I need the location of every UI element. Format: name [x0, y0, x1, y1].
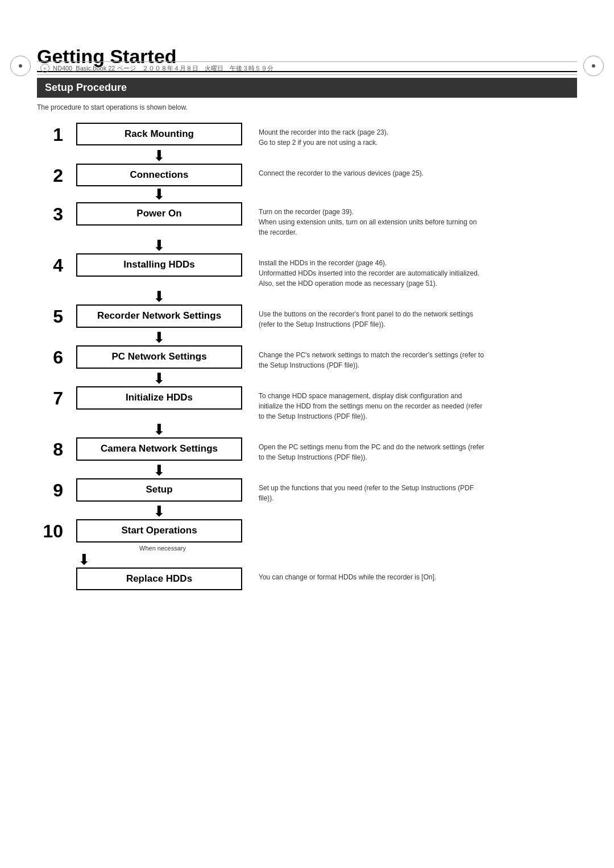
- step-desc-4: Install the HDDs in the recorder (page 4…: [247, 253, 486, 289]
- step-number-2: 2: [37, 164, 71, 186]
- arrow-9: ⬇: [37, 503, 577, 519]
- step-desc-6: Change the PC's network settings to matc…: [247, 345, 486, 370]
- step-number-8: 8: [37, 437, 71, 460]
- step-row-4: 4 Installing HDDs Install the HDDs in th…: [37, 253, 577, 289]
- step-middle-8: Camera Network Settings: [71, 437, 247, 460]
- step-desc-7: To change HDD space management, display …: [247, 386, 486, 422]
- content-area: Getting Started Setup Procedure The proc…: [37, 45, 577, 590]
- step-middle-10: Start Operations: [71, 519, 247, 542]
- step-row-3: 3 Power On Turn on the recorder (page 39…: [37, 202, 577, 237]
- step-middle-6: PC Network Settings: [71, 345, 247, 368]
- arrow-1: ⬇: [37, 148, 577, 164]
- step-number-3: 3: [37, 202, 71, 224]
- down-arrow-1: ⬇: [153, 148, 165, 163]
- step-row-1: 1 Rack Mounting Mount the recorder into …: [37, 123, 577, 148]
- down-arrow-3: ⬇: [153, 238, 165, 253]
- meta-icon: [40, 64, 49, 73]
- step-number-6: 6: [37, 345, 71, 368]
- step-row-9: 9 Setup Set up the functions that you ne…: [37, 478, 577, 503]
- step-desc-3: Turn on the recorder (page 39).When usin…: [247, 202, 486, 237]
- section-heading: Setup Procedure: [37, 78, 577, 98]
- step-box-2: Connections: [76, 164, 242, 186]
- step-number-replace: [37, 567, 71, 570]
- step-middle-5: Recorder Network Settings: [71, 304, 247, 327]
- step-number-9: 9: [37, 478, 71, 500]
- when-necessary-label: When necessary: [139, 545, 186, 552]
- step-desc-replace: You can change or format HDDs while the …: [247, 567, 486, 582]
- step-row-5: 5 Recorder Network Settings Use the butt…: [37, 304, 577, 329]
- step-row-10: 10 Start Operations: [37, 519, 577, 542]
- step-number-5: 5: [37, 304, 71, 327]
- corner-decoration-tr: [583, 56, 604, 76]
- step-row-6: 6 PC Network Settings Change the PC's ne…: [37, 345, 577, 370]
- down-arrow-2: ⬇: [153, 187, 165, 202]
- step-number-7: 7: [37, 386, 71, 408]
- step-box-10: Start Operations: [76, 519, 242, 542]
- step-box-7: Initialize HDDs: [76, 386, 242, 409]
- step-desc-1: Mount the recorder into the rack (page 2…: [247, 123, 486, 148]
- arrow-7: ⬇: [37, 422, 577, 437]
- step-desc-5: Use the buttons on the recorder's front …: [247, 304, 486, 329]
- down-arrow-9: ⬇: [153, 504, 165, 519]
- step-box-replace: Replace HDDs: [76, 567, 242, 590]
- step-desc-8: Open the PC settings menu from the PC an…: [247, 437, 486, 462]
- step-box-9: Setup: [76, 478, 242, 501]
- down-arrow-10: ⬇: [78, 552, 90, 567]
- arrow-when-necessary: When necessary ⬇: [37, 545, 577, 567]
- intro-text: The procedure to start operations is sho…: [37, 103, 577, 111]
- step-row-8: 8 Camera Network Settings Open the PC se…: [37, 437, 577, 462]
- down-arrow-5: ⬇: [153, 330, 165, 345]
- step-box-3: Power On: [76, 202, 242, 225]
- step-desc-2: Connect the recorder to the various devi…: [247, 164, 486, 178]
- step-box-4: Installing HDDs: [76, 253, 242, 276]
- page: ND400_Basic.book 22 ページ ２００８年４月８日 火曜日 午後…: [0, 45, 614, 868]
- step-box-8: Camera Network Settings: [76, 437, 242, 460]
- meta-bar: ND400_Basic.book 22 ページ ２００８年４月８日 火曜日 午後…: [37, 61, 577, 75]
- arrow-3: ⬇: [37, 237, 577, 253]
- step-middle-7: Initialize HDDs: [71, 386, 247, 409]
- step-box-6: PC Network Settings: [76, 345, 242, 368]
- step-middle-9: Setup: [71, 478, 247, 501]
- step-number-10: 10: [37, 519, 71, 541]
- step-desc-9: Set up the functions that you need (refe…: [247, 478, 486, 503]
- step-middle-1: Rack Mounting: [71, 123, 247, 145]
- step-number-1: 1: [37, 123, 71, 145]
- down-arrow-7: ⬇: [153, 422, 165, 437]
- down-arrow-8: ⬇: [153, 463, 165, 478]
- step-row-replace: Replace HDDs You can change or format HD…: [37, 567, 577, 590]
- arrow-5: ⬇: [37, 329, 577, 345]
- corner-decoration-tl: [10, 56, 31, 76]
- step-row-7: 7 Initialize HDDs To change HDD space ma…: [37, 386, 577, 422]
- step-middle-2: Connections: [71, 164, 247, 186]
- meta-text: ND400_Basic.book 22 ページ ２００８年４月８日 火曜日 午後…: [53, 64, 273, 73]
- down-arrow-4: ⬇: [153, 289, 165, 304]
- arrow-8: ⬇: [37, 462, 577, 478]
- step-desc-10: [247, 519, 486, 524]
- arrow-6: ⬇: [37, 370, 577, 386]
- step-box-1: Rack Mounting: [76, 123, 242, 145]
- arrow-4: ⬇: [37, 289, 577, 304]
- down-arrow-6: ⬇: [153, 371, 165, 386]
- step-box-5: Recorder Network Settings: [76, 304, 242, 327]
- step-number-4: 4: [37, 253, 71, 276]
- arrow-2: ⬇: [37, 186, 577, 202]
- step-middle-3: Power On: [71, 202, 247, 225]
- step-middle-replace: Replace HDDs: [71, 567, 247, 590]
- step-row-2: 2 Connections Connect the recorder to th…: [37, 164, 577, 186]
- step-middle-4: Installing HDDs: [71, 253, 247, 276]
